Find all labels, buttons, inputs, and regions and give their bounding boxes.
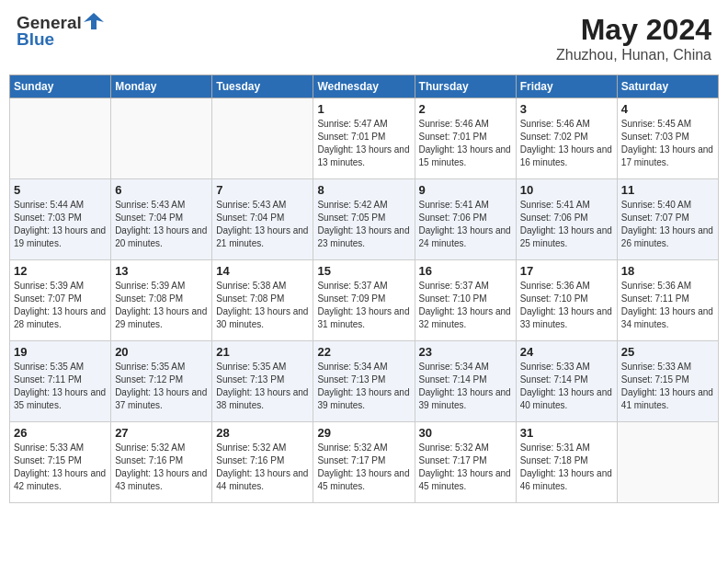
day-number: 18: [621, 264, 714, 278]
day-number: 16: [419, 264, 512, 278]
cell-info: Sunrise: 5:31 AMSunset: 7:18 PMDaylight:…: [520, 442, 613, 493]
calendar-cell: 27Sunrise: 5:32 AMSunset: 7:16 PMDayligh…: [111, 422, 212, 503]
svg-marker-0: [84, 13, 104, 29]
day-header-thursday: Thursday: [415, 75, 516, 98]
day-header-friday: Friday: [516, 75, 617, 98]
month-title: May 2024: [556, 13, 711, 47]
calendar-cell: 23Sunrise: 5:34 AMSunset: 7:14 PMDayligh…: [415, 341, 516, 422]
calendar-cell: 14Sunrise: 5:38 AMSunset: 7:08 PMDayligh…: [212, 260, 313, 341]
day-number: 14: [216, 264, 309, 278]
calendar-cell: [212, 98, 313, 179]
cell-info: Sunrise: 5:38 AMSunset: 7:08 PMDaylight:…: [216, 280, 309, 331]
day-number: 5: [14, 183, 107, 197]
calendar-cell: 21Sunrise: 5:35 AMSunset: 7:13 PMDayligh…: [212, 341, 313, 422]
logo: General Blue: [17, 13, 104, 50]
calendar-cell: [10, 98, 111, 179]
cell-info: Sunrise: 5:32 AMSunset: 7:17 PMDaylight:…: [419, 442, 512, 493]
logo-bird-icon: [84, 11, 104, 31]
calendar-cell: 16Sunrise: 5:37 AMSunset: 7:10 PMDayligh…: [415, 260, 516, 341]
day-number: 30: [419, 426, 512, 440]
cell-info: Sunrise: 5:40 AMSunset: 7:07 PMDaylight:…: [621, 199, 714, 250]
cell-info: Sunrise: 5:32 AMSunset: 7:17 PMDaylight:…: [317, 442, 410, 493]
cell-info: Sunrise: 5:46 AMSunset: 7:01 PMDaylight:…: [419, 118, 512, 169]
day-number: 1: [317, 102, 410, 116]
calendar-cell: 30Sunrise: 5:32 AMSunset: 7:17 PMDayligh…: [415, 422, 516, 503]
day-number: 24: [520, 345, 613, 359]
cell-info: Sunrise: 5:47 AMSunset: 7:01 PMDaylight:…: [317, 118, 410, 169]
cell-info: Sunrise: 5:41 AMSunset: 7:06 PMDaylight:…: [520, 199, 613, 250]
day-header-saturday: Saturday: [617, 75, 718, 98]
calendar-cell: 28Sunrise: 5:32 AMSunset: 7:16 PMDayligh…: [212, 422, 313, 503]
day-number: 28: [216, 426, 309, 440]
cell-info: Sunrise: 5:43 AMSunset: 7:04 PMDaylight:…: [115, 199, 208, 250]
day-number: 26: [14, 426, 107, 440]
cell-info: Sunrise: 5:36 AMSunset: 7:10 PMDaylight:…: [520, 280, 613, 331]
day-number: 6: [115, 183, 208, 197]
calendar-cell: 22Sunrise: 5:34 AMSunset: 7:13 PMDayligh…: [313, 341, 415, 422]
location-title: Zhuzhou, Hunan, China: [556, 47, 711, 63]
calendar-cell: 17Sunrise: 5:36 AMSunset: 7:10 PMDayligh…: [516, 260, 617, 341]
cell-info: Sunrise: 5:37 AMSunset: 7:09 PMDaylight:…: [317, 280, 410, 331]
day-header-wednesday: Wednesday: [313, 75, 415, 98]
day-number: 19: [14, 345, 107, 359]
calendar-cell: 10Sunrise: 5:41 AMSunset: 7:06 PMDayligh…: [516, 179, 617, 260]
cell-info: Sunrise: 5:41 AMSunset: 7:06 PMDaylight:…: [419, 199, 512, 250]
calendar-cell: 4Sunrise: 5:45 AMSunset: 7:03 PMDaylight…: [617, 98, 718, 179]
day-number: 2: [419, 102, 512, 116]
cell-info: Sunrise: 5:36 AMSunset: 7:11 PMDaylight:…: [621, 280, 714, 331]
calendar-table: SundayMondayTuesdayWednesdayThursdayFrid…: [9, 75, 719, 503]
calendar-cell: 20Sunrise: 5:35 AMSunset: 7:12 PMDayligh…: [111, 341, 212, 422]
calendar-cell: 26Sunrise: 5:33 AMSunset: 7:15 PMDayligh…: [10, 422, 111, 503]
calendar-cell: 6Sunrise: 5:43 AMSunset: 7:04 PMDaylight…: [111, 179, 212, 260]
calendar-cell: 3Sunrise: 5:46 AMSunset: 7:02 PMDaylight…: [516, 98, 617, 179]
week-row-1: 1Sunrise: 5:47 AMSunset: 7:01 PMDaylight…: [10, 98, 719, 179]
day-number: 12: [14, 264, 107, 278]
day-number: 10: [520, 183, 613, 197]
day-number: 3: [520, 102, 613, 116]
cell-info: Sunrise: 5:45 AMSunset: 7:03 PMDaylight:…: [621, 118, 714, 169]
page-header: General Blue May 2024 Zhuzhou, Hunan, Ch…: [9, 9, 719, 67]
logo-blue-text: Blue: [17, 29, 54, 50]
day-number: 31: [520, 426, 613, 440]
cell-info: Sunrise: 5:37 AMSunset: 7:10 PMDaylight:…: [419, 280, 512, 331]
cell-info: Sunrise: 5:39 AMSunset: 7:08 PMDaylight:…: [115, 280, 208, 331]
cell-info: Sunrise: 5:35 AMSunset: 7:12 PMDaylight:…: [115, 361, 208, 412]
day-number: 7: [216, 183, 309, 197]
day-number: 23: [419, 345, 512, 359]
day-number: 15: [317, 264, 410, 278]
calendar-cell: 9Sunrise: 5:41 AMSunset: 7:06 PMDaylight…: [415, 179, 516, 260]
day-number: 17: [520, 264, 613, 278]
day-number: 4: [621, 102, 714, 116]
day-number: 9: [419, 183, 512, 197]
calendar-cell: [617, 422, 718, 503]
days-header-row: SundayMondayTuesdayWednesdayThursdayFrid…: [10, 75, 719, 98]
day-number: 8: [317, 183, 410, 197]
calendar-cell: [111, 98, 212, 179]
day-header-tuesday: Tuesday: [212, 75, 313, 98]
cell-info: Sunrise: 5:44 AMSunset: 7:03 PMDaylight:…: [14, 199, 107, 250]
day-number: 27: [115, 426, 208, 440]
week-row-3: 12Sunrise: 5:39 AMSunset: 7:07 PMDayligh…: [10, 260, 719, 341]
day-number: 13: [115, 264, 208, 278]
calendar-cell: 5Sunrise: 5:44 AMSunset: 7:03 PMDaylight…: [10, 179, 111, 260]
title-area: May 2024 Zhuzhou, Hunan, China: [556, 13, 711, 63]
day-number: 20: [115, 345, 208, 359]
cell-info: Sunrise: 5:39 AMSunset: 7:07 PMDaylight:…: [14, 280, 107, 331]
cell-info: Sunrise: 5:43 AMSunset: 7:04 PMDaylight:…: [216, 199, 309, 250]
week-row-4: 19Sunrise: 5:35 AMSunset: 7:11 PMDayligh…: [10, 341, 719, 422]
calendar-cell: 19Sunrise: 5:35 AMSunset: 7:11 PMDayligh…: [10, 341, 111, 422]
calendar-cell: 13Sunrise: 5:39 AMSunset: 7:08 PMDayligh…: [111, 260, 212, 341]
calendar-cell: 25Sunrise: 5:33 AMSunset: 7:15 PMDayligh…: [617, 341, 718, 422]
calendar-cell: 11Sunrise: 5:40 AMSunset: 7:07 PMDayligh…: [617, 179, 718, 260]
calendar-cell: 8Sunrise: 5:42 AMSunset: 7:05 PMDaylight…: [313, 179, 415, 260]
week-row-2: 5Sunrise: 5:44 AMSunset: 7:03 PMDaylight…: [10, 179, 719, 260]
cell-info: Sunrise: 5:34 AMSunset: 7:14 PMDaylight:…: [419, 361, 512, 412]
cell-info: Sunrise: 5:35 AMSunset: 7:11 PMDaylight:…: [14, 361, 107, 412]
day-number: 29: [317, 426, 410, 440]
cell-info: Sunrise: 5:32 AMSunset: 7:16 PMDaylight:…: [115, 442, 208, 493]
calendar-cell: 15Sunrise: 5:37 AMSunset: 7:09 PMDayligh…: [313, 260, 415, 341]
calendar-cell: 29Sunrise: 5:32 AMSunset: 7:17 PMDayligh…: [313, 422, 415, 503]
cell-info: Sunrise: 5:33 AMSunset: 7:15 PMDaylight:…: [14, 442, 107, 493]
calendar-cell: 12Sunrise: 5:39 AMSunset: 7:07 PMDayligh…: [10, 260, 111, 341]
cell-info: Sunrise: 5:46 AMSunset: 7:02 PMDaylight:…: [520, 118, 613, 169]
